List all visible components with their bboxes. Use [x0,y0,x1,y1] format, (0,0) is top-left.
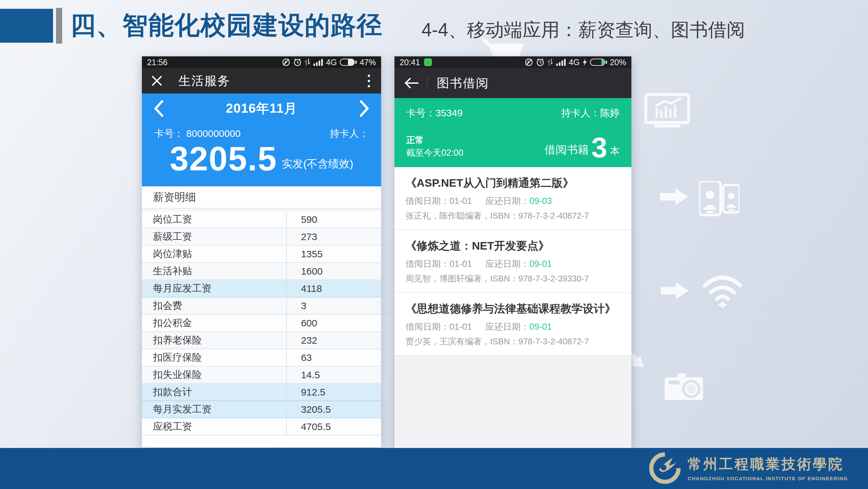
status-bar: 21:56 [142,56,381,68]
signal-icon [556,58,566,66]
card-holder-label: 持卡人： [330,127,369,140]
table-row: 扣公积金600 [142,315,381,332]
table-row-subtotal: 每月实发工资3205.5 [142,401,381,418]
app-header: 图书借阅 [395,68,631,98]
salary-table: 岗位工资590 薪级工资273 岗位津贴1355 生活补贴1600 每月应发工资… [142,211,381,436]
table-gap [142,208,381,211]
card-number: 卡号：35349 [406,107,463,120]
page-subtitle: 4-4、移动端应用：薪资查询、图书借阅 [422,18,745,43]
book-authors: 张正礼，陈作聪编著，ISBN：978-7-3-2-40872-7 [405,210,620,222]
library-card-panel: 卡号：35349 持卡人：陈婷 正常 截至今天02:00 借阅书籍 3 本 [395,98,631,167]
month-label: 2016年11月 [164,99,359,117]
book-dates: 借阅日期：01-01 应还日期：09-01 [405,321,620,333]
vibrate-icon [548,58,553,66]
table-row: 生活补贴1600 [142,263,381,280]
more-menu-icon[interactable] [366,73,372,89]
battery-icon [340,59,357,66]
table-row: 应税工资4705.5 [142,418,381,436]
salary-summary-panel: 2016年11月 卡号： 8000000000 持卡人： 3205.5 实发(不… [142,93,381,186]
alarm-icon [536,58,545,66]
list-item[interactable]: 《ASP.NET从入门到精通第二版》 借阅日期：01-01 应还日期：09-03… [395,167,631,230]
footer-band: 常州工程職業技術學院 CHANGZHOU VOCATIONAL INSTITUT… [0,448,868,489]
table-row: 扣会费3 [142,297,381,315]
alarm-icon [293,58,302,66]
notification-app-icon: ☺ [424,58,432,66]
page-title: 四、智能化校园建设的路径 [70,8,383,43]
monitor-chart-icon [644,93,690,130]
table-row: 岗位津贴1355 [142,246,381,263]
arrow-right-icon [661,282,689,299]
clock-text: 20:41 [400,58,420,67]
vibrate-icon [305,58,310,66]
book-title: 《思想道德修养与法律基础课程教学设计》 [405,301,620,316]
school-name-cn: 常州工程職業技術學院 [688,455,848,474]
card-holder: 持卡人：陈婷 [561,107,620,120]
title-accent-bar [56,8,62,44]
prev-month-icon[interactable] [153,100,164,117]
book-authors: 周见智，博图轩编著，ISBN：978-7-3-2-39330-7 [405,273,620,284]
battery-icon [590,59,607,66]
charging-bolt-icon [583,58,587,66]
wifi-icon [701,274,745,308]
borrow-count-number: 3 [591,133,607,162]
slide: 四、智能化校园建设的路径 4-4、移动端应用：薪资查询、图书借阅 [0,0,868,489]
table-row-subtotal: 扣款合计912.5 [142,384,381,401]
network-text: 4G [326,58,337,67]
list-item[interactable]: 《思想道德修养与法律基础课程教学设计》 借阅日期：01-01 应还日期：09-0… [395,293,631,356]
app-header: 生活服务 [142,68,381,93]
list-item[interactable]: 《修炼之道：NET开发要点》 借阅日期：01-01 应还日期：09-01 周见智… [395,230,631,293]
borrow-count: 借阅书籍 3 本 [545,133,620,162]
arrow-right-icon [660,188,688,205]
table-row: 扣养老保险232 [142,332,381,349]
list-empty-area [395,356,631,451]
table-row: 薪级工资273 [142,228,381,246]
back-icon[interactable] [404,77,418,89]
mobile-users-icon [699,181,739,217]
library-app-screenshot: 20:41 ☺ [395,56,631,451]
book-title: 《修炼之道：NET开发要点》 [405,238,620,254]
status-bar: 20:41 ☺ [395,56,631,68]
school-emblem-icon [649,453,681,484]
net-salary-amount: 3205.5 [169,141,277,177]
app-title: 生活服务 [178,73,230,89]
table-row: 扣医疗保险63 [142,349,381,367]
salary-detail-heading: 薪资明细 [142,186,381,208]
signal-icon [313,58,323,66]
net-salary-caption: 实发(不含绩效) [282,157,353,171]
camera-icon [664,373,703,400]
school-logo: 常州工程職業技術學院 CHANGZHOU VOCATIONAL INSTITUT… [649,453,848,484]
app-title: 图书借阅 [437,75,489,91]
network-text: 4G [569,58,580,67]
card-number: 卡号： 8000000000 [154,127,241,140]
book-title: 《ASP.NET从入门到精通第二版》 [405,176,620,191]
table-row-subtotal: 每月应发工资4118 [142,280,381,297]
borrowed-books-list: 《ASP.NET从入门到精通第二版》 借阅日期：01-01 应还日期：09-03… [395,167,631,356]
mute-icon [525,58,533,66]
title-accent-rect [0,9,53,43]
battery-percent: 20% [610,58,626,67]
card-status: 正常 截至今天02:00 [406,134,463,159]
close-icon[interactable] [151,75,163,87]
book-authors: 贾少英，王滨有编著，ISBN：978-7-3-2-40872-7 [405,336,620,347]
battery-percent: 47% [360,58,376,67]
next-month-icon[interactable] [359,100,370,117]
mute-icon [282,58,290,66]
school-name-en: CHANGZHOU VOCATIONAL INSTITUTE OF ENGINE… [688,476,848,482]
table-row: 岗位工资590 [142,211,381,228]
book-dates: 借阅日期：01-01 应还日期：09-03 [405,195,620,207]
table-row: 扣失业保险14.5 [142,367,381,384]
book-dates: 借阅日期：01-01 应还日期：09-01 [405,258,620,270]
clock-text: 21:56 [147,58,167,67]
salary-app-screenshot: 21:56 [142,56,381,447]
